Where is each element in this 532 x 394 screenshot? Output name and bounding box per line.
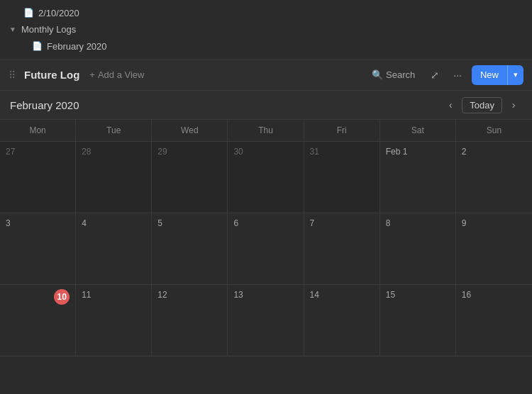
cell-date: 30 xyxy=(233,147,243,157)
sidebar-february-label: February 2020 xyxy=(47,41,107,52)
calendar-cell[interactable]: 29 xyxy=(152,142,228,213)
cell-date: 12 xyxy=(157,290,167,300)
chevron-left-icon: ‹ xyxy=(449,99,453,111)
chevron-down-icon: ▾ xyxy=(514,70,518,79)
more-button[interactable]: ··· xyxy=(449,67,466,84)
cell-date: 28 xyxy=(82,147,91,157)
sidebar-monthly-logs-label: Monthly Logs xyxy=(21,24,76,35)
day-label-mon: Mon xyxy=(0,120,76,141)
calendar-week-1: 3456789 xyxy=(0,213,532,285)
cell-date: 16 xyxy=(462,290,471,300)
cell-date: 29 xyxy=(157,147,167,157)
search-icon: 🔍 xyxy=(372,69,383,80)
day-label-fri: Fri xyxy=(304,120,380,141)
calendar-main: February 2020 ‹ Today › MonTueWedThuFriS… xyxy=(0,91,532,394)
doc-icon-feb: 📄 xyxy=(31,40,43,52)
calendar-cell[interactable]: 31 xyxy=(304,142,380,213)
calendar-week-0: 2728293031Feb 12 xyxy=(0,142,532,213)
sidebar-february[interactable]: 📄 February 2020 xyxy=(0,38,532,55)
cell-date: 9 xyxy=(462,218,467,228)
calendar-cell[interactable]: 28 xyxy=(76,142,152,213)
chevron-right-icon: › xyxy=(512,99,516,111)
calendar-cell[interactable]: 9 xyxy=(456,213,532,284)
cell-date: 8 xyxy=(386,218,391,228)
calendar-cell[interactable]: Feb 1 xyxy=(380,142,456,213)
cell-date: 7 xyxy=(310,218,315,228)
calendar-next-button[interactable]: › xyxy=(505,96,522,113)
calendar-cell[interactable]: 27 xyxy=(0,142,76,213)
cell-date: 27 xyxy=(6,147,15,157)
cell-date: 3 xyxy=(6,218,11,228)
calendar-cell[interactable]: 6 xyxy=(228,213,304,284)
calendar-cell[interactable]: 30 xyxy=(228,142,304,213)
cell-date: 14 xyxy=(310,290,319,300)
grip-icon: ⠿ xyxy=(9,69,16,81)
calendar-cell[interactable]: 2 xyxy=(456,142,532,213)
cell-date: 13 xyxy=(233,290,243,300)
cell-date: 15 xyxy=(386,290,395,300)
search-label: Search xyxy=(386,69,415,80)
today-badge: 10 xyxy=(54,289,70,305)
new-dropdown-button[interactable]: ▾ xyxy=(507,65,523,85)
day-label-sat: Sat xyxy=(380,120,456,141)
add-view-button[interactable]: + Add a View xyxy=(85,67,148,83)
day-label-wed: Wed xyxy=(152,120,228,141)
sidebar-monthly-logs[interactable]: ▼ Monthly Logs xyxy=(0,21,532,38)
calendar-cell[interactable]: 16 xyxy=(456,285,532,356)
add-view-label: Add a View xyxy=(98,69,145,80)
calendar-cell[interactable]: 7 xyxy=(304,213,380,284)
new-button[interactable]: New xyxy=(472,65,507,85)
calendar-cell[interactable]: 14 xyxy=(304,285,380,356)
sidebar-date-item[interactable]: 📄 2/10/2020 xyxy=(0,4,532,21)
calendar-days-header: MonTueWedThuFriSatSun xyxy=(0,120,532,142)
search-button[interactable]: 🔍 Search xyxy=(366,67,421,83)
calendar-cell[interactable]: 10 xyxy=(0,285,76,356)
cell-date: 4 xyxy=(82,218,87,228)
calendar-cell[interactable]: 4 xyxy=(76,213,152,284)
calendar-today-button[interactable]: Today xyxy=(462,97,502,113)
cell-date: 11 xyxy=(82,290,91,300)
calendar-cell[interactable]: 13 xyxy=(228,285,304,356)
day-label-tue: Tue xyxy=(76,120,152,141)
doc-icon: 📄 xyxy=(23,7,34,18)
collapse-arrow-icon: ▼ xyxy=(9,26,17,34)
calendar-cell[interactable]: 15 xyxy=(380,285,456,356)
cell-date: 31 xyxy=(310,147,319,157)
plus-icon: + xyxy=(89,69,95,80)
calendar-month-title: February 2020 xyxy=(10,99,442,111)
day-label-sun: Sun xyxy=(456,120,532,141)
cell-date: 6 xyxy=(233,218,238,228)
calendar-header: February 2020 ‹ Today › xyxy=(0,91,532,120)
calendar-cell[interactable]: 11 xyxy=(76,285,152,356)
main-toolbar: ⠿ Future Log + Add a View 🔍 Search ⤢ ···… xyxy=(0,60,532,91)
calendar-cell[interactable]: 8 xyxy=(380,213,456,284)
calendar-weeks: 2728293031Feb 12345678910111213141516 xyxy=(0,142,532,356)
more-icon: ··· xyxy=(453,69,462,81)
expand-button[interactable]: ⤢ xyxy=(426,67,443,84)
calendar-cell[interactable]: 5 xyxy=(152,213,228,284)
calendar-cell[interactable]: 3 xyxy=(0,213,76,284)
sidebar-top: 📄 2/10/2020 ▼ Monthly Logs 📄 February 20… xyxy=(0,0,532,60)
cell-date: 5 xyxy=(157,218,162,228)
new-button-group: New ▾ xyxy=(472,65,523,85)
day-label-thu: Thu xyxy=(228,120,304,141)
calendar-nav: ‹ Today › xyxy=(442,96,522,113)
page-title: Future Log xyxy=(24,69,79,81)
calendar-cell[interactable]: 12 xyxy=(152,285,228,356)
calendar-prev-button[interactable]: ‹ xyxy=(442,96,459,113)
calendar-week-2: 10111213141516 xyxy=(0,285,532,356)
sidebar-date-label: 2/10/2020 xyxy=(38,8,79,18)
cell-date: Feb 1 xyxy=(386,147,408,157)
cell-date: 2 xyxy=(462,147,467,157)
expand-icon: ⤢ xyxy=(431,69,439,81)
